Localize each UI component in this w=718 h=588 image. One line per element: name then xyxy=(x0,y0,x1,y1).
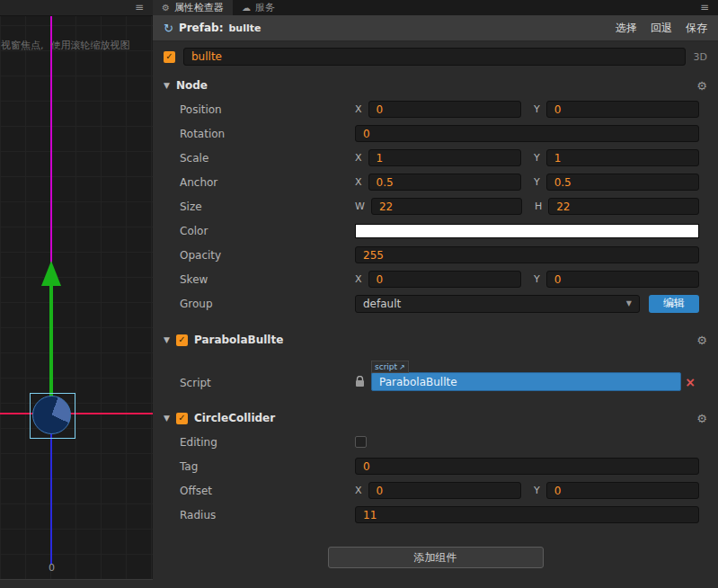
property-row-position: Position X Y xyxy=(153,97,718,121)
section-title: CircleCollider xyxy=(194,412,275,424)
collapse-arrow-icon[interactable]: ▼ xyxy=(164,335,170,344)
anchor-x-input[interactable] xyxy=(368,174,521,191)
axis-y-label: Y xyxy=(534,176,540,188)
node-name-input[interactable] xyxy=(183,48,686,66)
tag-input[interactable] xyxy=(355,458,699,475)
collapse-arrow-icon[interactable]: ▼ xyxy=(164,414,170,423)
property-row-skew: Skew X Y xyxy=(153,267,718,291)
bullet-sprite[interactable] xyxy=(32,396,71,434)
position-x-input[interactable] xyxy=(368,101,521,118)
skew-x-input[interactable] xyxy=(368,271,521,288)
property-row-rotation: Rotation xyxy=(153,121,718,146)
group-edit-button[interactable]: 编辑 xyxy=(649,295,699,313)
scale-y-input[interactable] xyxy=(546,149,699,166)
group-dropdown-value: default xyxy=(363,298,401,310)
property-label: Group xyxy=(180,298,355,310)
property-row-script: Script script ↗ ParabolaBullte × xyxy=(153,352,718,394)
scene-hint-left: 视窗焦点, xyxy=(1,40,44,51)
axis-w-label: W xyxy=(355,200,365,212)
tab-inspector[interactable]: ⚙ 属性检查器 xyxy=(153,0,233,15)
property-row-anchor: Anchor X Y xyxy=(153,170,718,194)
section-header-circlecollider: ▼ ✓ CircleCollider ⚙ xyxy=(153,406,718,430)
rotation-input[interactable] xyxy=(355,125,699,142)
footer: 添加组件 xyxy=(153,547,718,568)
menu-icon[interactable]: ≡ xyxy=(135,1,144,13)
anchor-y-input[interactable] xyxy=(546,174,699,191)
scene-status-bar xyxy=(0,579,153,588)
node-name-row: ✓ 3D xyxy=(153,41,718,68)
prefab-select-link[interactable]: 选择 xyxy=(616,21,637,36)
lock-icon[interactable] xyxy=(355,376,367,388)
tab-service[interactable]: ☁ 服务 xyxy=(233,0,284,15)
gear-icon[interactable]: ⚙ xyxy=(696,412,707,425)
inspector-panel: ⚙ 属性检查器 ☁ 服务 ≡ ↻ Prefab: bullte 选择 回退 保存… xyxy=(153,0,718,588)
property-label: Size xyxy=(180,200,355,213)
component-enabled-checkbox[interactable]: ✓ xyxy=(176,334,188,346)
position-y-input[interactable] xyxy=(546,101,699,118)
axis-y-label: Y xyxy=(534,273,540,285)
section-header-node: ▼ Node ⚙ xyxy=(153,74,718,97)
property-label: Color xyxy=(180,225,355,237)
opacity-input[interactable] xyxy=(355,246,699,263)
gear-icon[interactable]: ⚙ xyxy=(696,79,707,93)
chevron-down-icon: ▼ xyxy=(626,299,632,307)
property-row-tag: Tag xyxy=(153,454,718,478)
axis-x-label: X xyxy=(355,152,362,164)
group-dropdown[interactable]: default ▼ xyxy=(355,295,640,313)
x-axis-line xyxy=(0,413,153,414)
section-header-parabolabullte: ▼ ✓ ParabolaBullte ⚙ xyxy=(153,328,718,352)
collapse-arrow-icon[interactable]: ▼ xyxy=(164,81,170,90)
panel-menu-icon[interactable]: ≡ xyxy=(700,1,709,13)
property-row-color: Color xyxy=(153,218,718,243)
property-label: Opacity xyxy=(180,249,355,262)
axis-x-label: X xyxy=(355,176,362,188)
editing-checkbox[interactable] xyxy=(355,436,367,448)
check-icon: ✓ xyxy=(178,335,185,344)
script-asset-field[interactable]: ParabolaBullte xyxy=(371,372,681,391)
tab-inspector-label: 属性检查器 xyxy=(174,1,224,14)
mode-3d-toggle[interactable]: 3D xyxy=(694,51,707,63)
scene-hints: 视窗焦点,使用滚轮缩放视图 xyxy=(1,39,154,52)
axis-x-label: X xyxy=(355,485,362,496)
scene-hint-right: 使用滚轮缩放视图 xyxy=(51,40,130,51)
property-label: Tag xyxy=(180,460,355,473)
property-label: Editing xyxy=(180,436,355,449)
scene-view[interactable]: 0 视窗焦点,使用滚轮缩放视图 ≡ xyxy=(0,0,154,588)
property-row-group: Group default ▼ 编辑 xyxy=(153,291,718,316)
prefab-label: Prefab: xyxy=(179,22,224,34)
component-enabled-checkbox[interactable]: ✓ xyxy=(176,413,188,424)
prefab-save-link[interactable]: 保存 xyxy=(686,21,707,36)
property-label: Skew xyxy=(180,273,355,286)
move-gizmo-y-arrowhead[interactable] xyxy=(41,261,61,286)
color-swatch[interactable] xyxy=(355,224,699,238)
tab-service-label: 服务 xyxy=(255,1,275,14)
property-label: Offset xyxy=(180,485,355,497)
offset-y-input[interactable] xyxy=(546,482,699,499)
axis-h-label: H xyxy=(535,200,542,212)
gear-icon[interactable]: ⚙ xyxy=(696,334,707,347)
property-label: Rotation xyxy=(180,128,355,140)
prefab-bar: ↻ Prefab: bullte 选择 回退 保存 xyxy=(153,15,718,41)
property-row-editing: Editing xyxy=(153,430,718,454)
property-row-radius: Radius xyxy=(153,503,718,527)
axis-y-label: Y xyxy=(534,485,540,496)
service-icon: ☁ xyxy=(242,3,251,13)
scale-x-input[interactable] xyxy=(368,149,521,166)
axis-y-label: Y xyxy=(534,152,540,164)
prefab-name: bullte xyxy=(228,22,261,34)
offset-x-input[interactable] xyxy=(368,482,521,499)
add-component-button[interactable]: 添加组件 xyxy=(328,547,544,568)
size-h-input[interactable] xyxy=(548,198,699,215)
tab-bar: ⚙ 属性检查器 ☁ 服务 ≡ xyxy=(153,0,718,15)
radius-input[interactable] xyxy=(355,506,699,523)
size-w-input[interactable] xyxy=(371,198,522,215)
section-title: Node xyxy=(176,79,208,92)
external-link-icon: ↗ xyxy=(399,363,405,371)
prefab-revert-link[interactable]: 回退 xyxy=(651,21,672,36)
property-row-opacity: Opacity xyxy=(153,243,718,267)
skew-y-input[interactable] xyxy=(546,271,699,288)
remove-script-button[interactable]: × xyxy=(681,375,699,389)
check-icon: ✓ xyxy=(165,52,173,61)
node-active-checkbox[interactable]: ✓ xyxy=(164,51,175,63)
origin-coordinate-label: 0 xyxy=(49,562,55,574)
